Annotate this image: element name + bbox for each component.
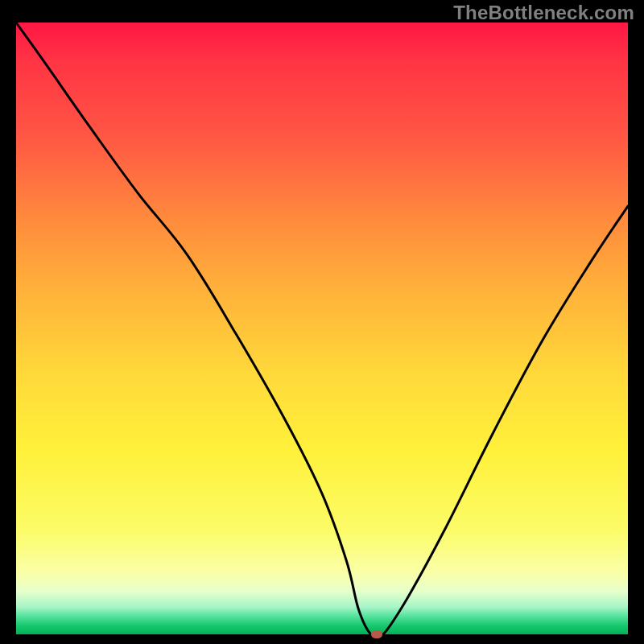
plot-area (16, 23, 628, 634)
curve-svg (16, 23, 628, 634)
watermark-text: TheBottleneck.com (453, 2, 634, 24)
bottleneck-curve (16, 23, 628, 634)
optimal-point-marker (371, 630, 382, 638)
chart-frame: TheBottleneck.com (0, 0, 644, 644)
